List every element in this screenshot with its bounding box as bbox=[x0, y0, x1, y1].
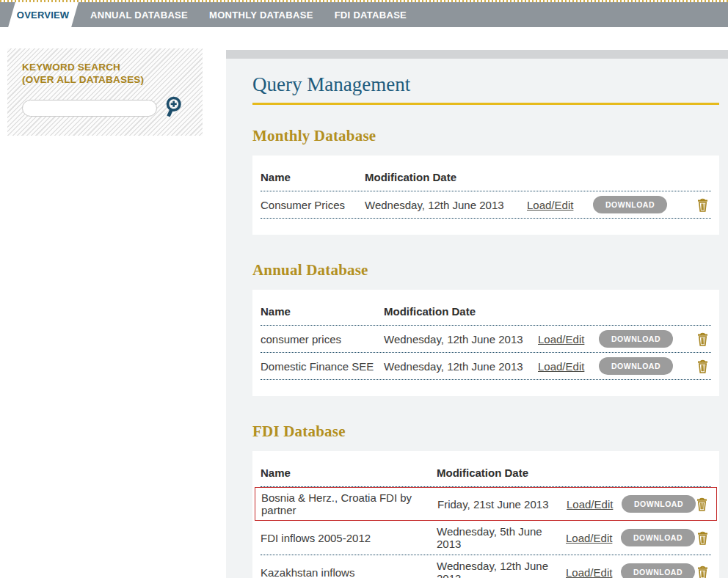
row-date: Wednesday, 12th June 2013 bbox=[384, 333, 538, 345]
delete-button[interactable] bbox=[696, 497, 707, 511]
row-date: Friday, 21st June 2013 bbox=[437, 498, 567, 511]
table-header-row: Name Modification Date bbox=[261, 165, 711, 191]
search-row bbox=[22, 95, 203, 120]
row-date: Wednesday, 12th June 2013 bbox=[437, 560, 566, 578]
tab-monthly-database[interactable]: MONTHLY DATABASE bbox=[209, 10, 313, 21]
row-name: Domestic Finance SEE bbox=[261, 360, 384, 373]
delete-button[interactable] bbox=[697, 531, 708, 545]
col-date-header: Modification Date bbox=[437, 467, 566, 479]
content-top-gray-bar bbox=[226, 50, 728, 59]
table-header-row: Name Modification Date bbox=[261, 461, 711, 487]
table-row: consumer prices Wednesday, 12th June 201… bbox=[261, 326, 711, 353]
load-edit-link[interactable]: Load/Edit bbox=[538, 333, 584, 345]
load-edit-link[interactable]: Load/Edit bbox=[566, 566, 612, 578]
download-button[interactable]: DOWNLOAD bbox=[621, 563, 695, 578]
col-date-header: Modification Date bbox=[365, 171, 527, 183]
load-edit-link[interactable]: Load/Edit bbox=[567, 498, 613, 511]
download-button[interactable]: DOWNLOAD bbox=[599, 330, 673, 348]
section-card: Name Modification Date consumer prices W… bbox=[252, 290, 719, 396]
row-name: FDI inflows 2005-2012 bbox=[261, 532, 437, 544]
section-card: Name Modification Date Bosnia & Herz., C… bbox=[252, 451, 719, 578]
section-title: FDI Database bbox=[252, 422, 719, 441]
keyword-search-label: KEYWORD SEARCH (OVER ALL DATABASES) bbox=[22, 61, 203, 86]
row-name: Consumer Prices bbox=[261, 199, 365, 211]
tab-overview[interactable]: OVERVIEW bbox=[8, 2, 79, 27]
delete-button[interactable] bbox=[697, 332, 708, 346]
trash-icon bbox=[697, 365, 708, 376]
row-date: Wednesday, 12th June 2013 bbox=[384, 360, 538, 373]
magnifier-plus-icon bbox=[162, 111, 184, 122]
row-name: consumer prices bbox=[261, 333, 384, 345]
row-date: Wednesday, 5th June 2013 bbox=[437, 525, 566, 550]
tab-annual-database[interactable]: ANNUAL DATABASE bbox=[90, 10, 188, 21]
table-row: Kazakhstan inflows Wednesday, 12th June … bbox=[261, 555, 711, 578]
download-button[interactable]: DOWNLOAD bbox=[599, 357, 673, 375]
tab-fdi-database[interactable]: FDI DATABASE bbox=[335, 10, 407, 21]
tab-overview-label: OVERVIEW bbox=[17, 10, 69, 21]
keyword-search-label-line2: (OVER ALL DATABASES) bbox=[22, 73, 203, 86]
nav-links: ANNUAL DATABASE MONTHLY DATABASE FDI DAT… bbox=[90, 2, 407, 27]
trash-icon bbox=[697, 203, 708, 214]
section-card: Name Modification Date Consumer Prices W… bbox=[252, 156, 719, 235]
col-name-header: Name bbox=[261, 467, 437, 479]
section-title: Annual Database bbox=[252, 261, 719, 279]
trash-icon bbox=[697, 571, 708, 578]
table-header-row: Name Modification Date bbox=[261, 299, 711, 326]
trash-icon bbox=[697, 536, 708, 547]
download-button[interactable]: DOWNLOAD bbox=[622, 495, 696, 513]
main-content: Query Management Monthly Database Name M… bbox=[226, 50, 728, 578]
table-body: consumer prices Wednesday, 12th June 201… bbox=[261, 326, 711, 380]
table-body: Bosnia & Herz., Croatia FDI by partner F… bbox=[261, 487, 711, 578]
row-name: Kazakhstan inflows bbox=[261, 566, 437, 578]
col-date-header: Modification Date bbox=[384, 305, 538, 318]
section-annual-database: Annual Database Name Modification Date c… bbox=[252, 261, 719, 396]
load-edit-link[interactable]: Load/Edit bbox=[538, 360, 584, 373]
table-row: Consumer Prices Wednesday, 12th June 201… bbox=[261, 191, 711, 219]
search-submit-button[interactable] bbox=[162, 95, 184, 120]
table-row: Bosnia & Herz., Croatia FDI by partner F… bbox=[255, 487, 717, 521]
col-name-header: Name bbox=[261, 171, 365, 183]
delete-button[interactable] bbox=[697, 566, 708, 578]
row-date: Wednesday, 12th June 2013 bbox=[365, 199, 527, 211]
keyword-search-panel: KEYWORD SEARCH (OVER ALL DATABASES) bbox=[7, 48, 203, 136]
top-navigation-bar: OVERVIEW ANNUAL DATABASE MONTHLY DATABAS… bbox=[0, 2, 728, 27]
keyword-search-label-line1: KEYWORD SEARCH bbox=[22, 61, 203, 73]
delete-button[interactable] bbox=[697, 359, 708, 373]
delete-button[interactable] bbox=[697, 198, 708, 212]
load-edit-link[interactable]: Load/Edit bbox=[566, 532, 612, 544]
keyword-search-input[interactable] bbox=[22, 100, 157, 117]
col-name-header: Name bbox=[261, 305, 384, 318]
trash-icon bbox=[697, 337, 708, 348]
page-title: Query Management bbox=[252, 73, 719, 105]
table-row: FDI inflows 2005-2012 Wednesday, 5th Jun… bbox=[261, 521, 711, 555]
load-edit-link[interactable]: Load/Edit bbox=[527, 199, 573, 211]
download-button[interactable]: DOWNLOAD bbox=[621, 529, 695, 546]
download-button[interactable]: DOWNLOAD bbox=[593, 196, 667, 213]
section-fdi-database: FDI Database Name Modification Date Bosn… bbox=[252, 422, 719, 578]
row-name: Bosnia & Herz., Croatia FDI by partner bbox=[261, 491, 437, 516]
table-body: Consumer Prices Wednesday, 12th June 201… bbox=[261, 191, 711, 219]
section-title: Monthly Database bbox=[252, 127, 719, 145]
section-monthly-database: Monthly Database Name Modification Date … bbox=[252, 127, 719, 235]
table-row: Domestic Finance SEE Wednesday, 12th Jun… bbox=[261, 353, 711, 380]
trash-icon bbox=[696, 502, 707, 513]
